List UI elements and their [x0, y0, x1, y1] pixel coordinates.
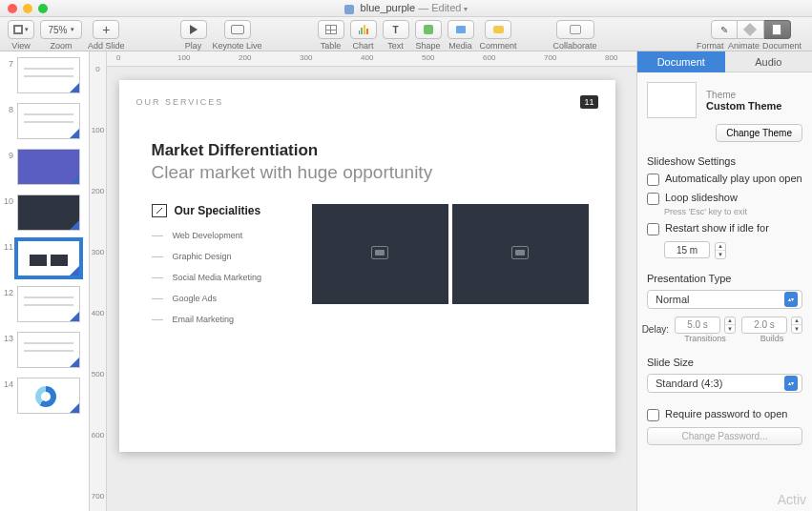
thumb-10[interactable]: 10: [4, 194, 85, 231]
play-group: Play: [180, 20, 207, 51]
zoom-label: Zoom: [50, 41, 72, 51]
section-slide-size: Slide Size: [647, 357, 802, 368]
check-loop[interactable]: Loop slideshow: [647, 192, 802, 205]
tab-audio[interactable]: Audio: [725, 51, 813, 72]
spec-item: Graphic Design: [152, 252, 295, 261]
view-button[interactable]: ▾: [8, 20, 34, 39]
canvas-scroll[interactable]: OUR SERVICES 11 Market Differentiation C…: [107, 67, 636, 511]
thumb-11[interactable]: 11: [4, 240, 85, 276]
slide-subheading: Clear market with huge opportunity: [152, 162, 589, 183]
table-button[interactable]: [318, 20, 344, 39]
keynote-live-group: Keynote Live: [213, 20, 262, 51]
document-button[interactable]: [764, 20, 791, 39]
tab-document[interactable]: Document: [637, 51, 725, 72]
presentation-type-select[interactable]: Normal▴▾: [647, 290, 802, 309]
canvas-area: 0100200300400500600700800 OUR SERVICES 1…: [107, 51, 636, 511]
doc-icon: [344, 5, 354, 14]
transitions-input[interactable]: 5.0 s: [675, 317, 720, 334]
section-pres-type: Presentation Type: [647, 273, 802, 284]
delay-label: Delay:: [642, 324, 669, 335]
slide-heading: Market Differentiation: [152, 141, 589, 160]
change-password-button: Change Password...: [647, 427, 802, 445]
watermark: Activ: [778, 492, 806, 507]
window-title: blue_purple — Edited ▾: [0, 2, 812, 13]
keynote-live-label: Keynote Live: [213, 41, 262, 51]
spec-item: Web Development: [152, 231, 295, 240]
presentation-icon: [152, 204, 167, 217]
check-restart-idle[interactable]: Restart show if idle for: [647, 222, 802, 235]
edit-status: Edited: [431, 2, 461, 13]
shape-button[interactable]: [415, 20, 442, 39]
thumb-13[interactable]: 13: [4, 332, 85, 368]
thumb-14[interactable]: 14: [4, 378, 85, 414]
check-autoplay[interactable]: Automatically play upon open: [647, 173, 802, 186]
slide-navigator[interactable]: 7891011121314: [0, 51, 90, 511]
text-button[interactable]: T: [383, 20, 409, 39]
spec-item: Social Media Marketing: [152, 273, 295, 282]
media-button[interactable]: [448, 20, 474, 39]
thumb-8[interactable]: 8: [4, 103, 85, 139]
animate-button[interactable]: [738, 20, 764, 39]
builds-stepper[interactable]: ▲▼: [791, 317, 802, 334]
slide-size-select[interactable]: Standard (4:3)▴▾: [647, 374, 802, 393]
add-slide-button[interactable]: +: [93, 20, 119, 39]
check-require-password[interactable]: Require password to open: [647, 408, 802, 421]
theme-info: Theme Custom Theme: [706, 90, 781, 112]
comment-button[interactable]: [485, 20, 511, 39]
view-group: ▾ View: [8, 20, 34, 51]
toolbar: ▾ View 75%▾ Zoom + Add Slide Play Keynot…: [0, 17, 812, 51]
theme-preview: [647, 82, 697, 118]
image-placeholder-1[interactable]: [312, 204, 448, 304]
spec-item: Google Ads: [152, 294, 295, 303]
change-theme-button[interactable]: Change Theme: [716, 124, 802, 142]
format-button[interactable]: ✎: [711, 20, 738, 39]
slide-kicker: OUR SERVICES: [136, 97, 224, 107]
play-label: Play: [185, 41, 202, 51]
add-slide-label: Add Slide: [88, 41, 125, 51]
spec-item: Email Marketing: [152, 315, 295, 324]
section-slideshow: Slideshow Settings: [647, 155, 802, 167]
thumb-12[interactable]: 12: [4, 286, 85, 322]
add-slide-group: + Add Slide: [88, 20, 125, 51]
ruler-vertical: 0100200300400500600700: [90, 51, 107, 511]
play-button[interactable]: [180, 20, 207, 39]
chart-button[interactable]: [350, 20, 377, 39]
thumb-9[interactable]: 9: [4, 149, 85, 185]
slide-number-badge: 11: [580, 95, 597, 109]
zoom-select[interactable]: 75%▾: [40, 20, 82, 39]
main-area: 7891011121314 0100200300400500600700 010…: [0, 51, 812, 511]
idle-input[interactable]: 15 m: [664, 241, 710, 258]
zoom-group: 75%▾ Zoom: [40, 20, 82, 51]
loop-hint: Press 'Esc' key to exit: [664, 207, 802, 216]
filename: blue_purple: [361, 2, 416, 13]
ruler-horizontal: 0100200300400500600700800: [107, 51, 636, 67]
keynote-live-button[interactable]: [224, 20, 251, 39]
image-placeholder-2[interactable]: [452, 204, 589, 304]
transitions-stepper[interactable]: ▲▼: [724, 317, 736, 334]
builds-input[interactable]: 2.0 s: [741, 317, 787, 334]
specialities-head: Our Specialities: [152, 204, 295, 217]
thumb-7[interactable]: 7: [4, 57, 85, 93]
view-label: View: [11, 41, 30, 51]
titlebar: blue_purple — Edited ▾: [0, 0, 812, 17]
inspector-panel: Document Audio Theme Custom Theme Change…: [636, 51, 812, 511]
collaborate-button[interactable]: [556, 20, 594, 39]
idle-stepper[interactable]: ▲▼: [715, 242, 726, 259]
slide-canvas[interactable]: OUR SERVICES 11 Market Differentiation C…: [119, 80, 615, 452]
